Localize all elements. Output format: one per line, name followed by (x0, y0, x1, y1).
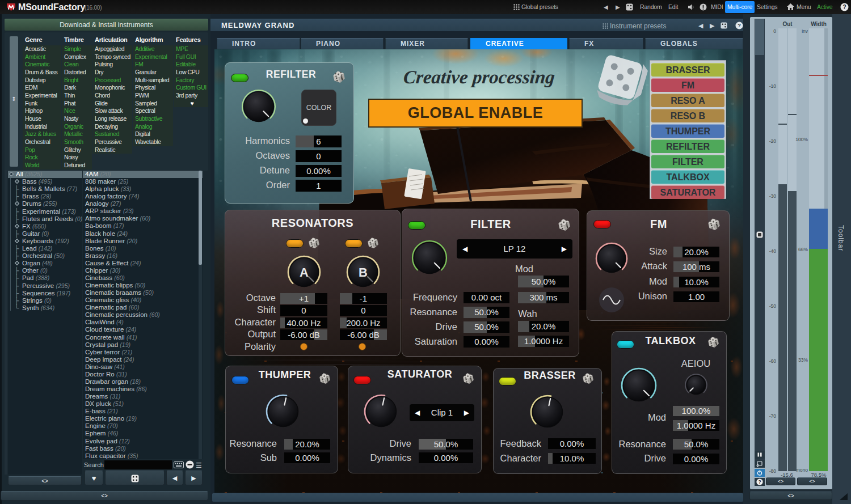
svg-text:?: ? (842, 4, 846, 10)
svg-text:?: ? (738, 23, 741, 28)
svg-text:A: A (300, 265, 309, 279)
svg-text:B: B (359, 265, 368, 279)
svg-text:?: ? (758, 479, 761, 485)
